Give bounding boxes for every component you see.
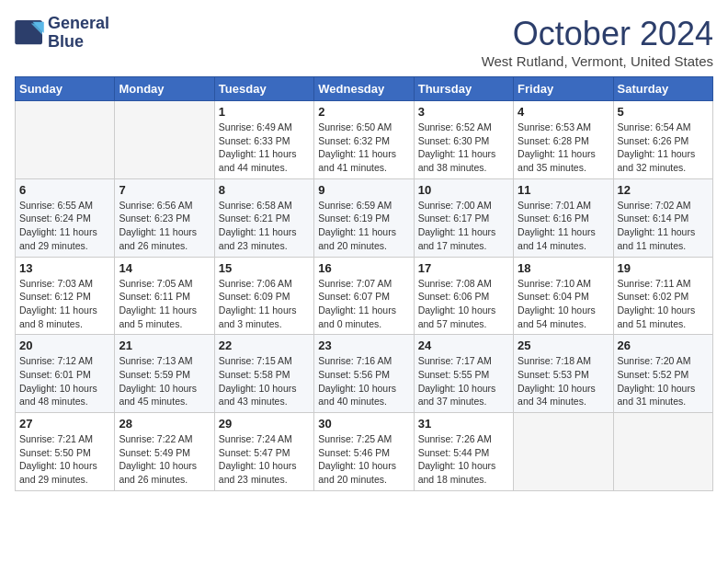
day-of-week-header: Thursday — [414, 77, 513, 101]
day-detail: Sunrise: 6:56 AM Sunset: 6:23 PM Dayligh… — [119, 199, 210, 253]
day-number: 30 — [318, 417, 409, 431]
calendar-day-cell: 22Sunrise: 7:15 AM Sunset: 5:58 PM Dayli… — [214, 335, 313, 413]
day-number: 28 — [119, 417, 210, 431]
day-number: 2 — [318, 105, 409, 119]
day-detail: Sunrise: 7:13 AM Sunset: 5:59 PM Dayligh… — [119, 354, 210, 408]
day-detail: Sunrise: 7:07 AM Sunset: 6:07 PM Dayligh… — [318, 277, 409, 331]
day-detail: Sunrise: 7:25 AM Sunset: 5:46 PM Dayligh… — [318, 432, 409, 487]
day-detail: Sunrise: 6:52 AM Sunset: 6:30 PM Dayligh… — [418, 121, 509, 175]
calendar-day-cell: 2Sunrise: 6:50 AM Sunset: 6:32 PM Daylig… — [314, 101, 414, 179]
day-detail: Sunrise: 6:59 AM Sunset: 6:19 PM Dayligh… — [318, 199, 409, 253]
day-number: 1 — [219, 105, 310, 119]
day-detail: Sunrise: 7:18 AM Sunset: 5:53 PM Dayligh… — [518, 354, 609, 408]
day-detail: Sunrise: 7:20 AM Sunset: 5:52 PM Dayligh… — [618, 354, 709, 408]
calendar-day-cell: 3Sunrise: 6:52 AM Sunset: 6:30 PM Daylig… — [414, 101, 513, 179]
page-header: General Blue October 2024 West Rutland, … — [15, 15, 713, 69]
calendar-day-cell: 27Sunrise: 7:21 AM Sunset: 5:50 PM Dayli… — [16, 413, 115, 491]
day-detail: Sunrise: 7:15 AM Sunset: 5:58 PM Dayligh… — [219, 354, 310, 408]
day-number: 8 — [219, 183, 310, 197]
day-of-week-header: Saturday — [613, 77, 712, 101]
calendar-day-cell: 25Sunrise: 7:18 AM Sunset: 5:53 PM Dayli… — [514, 335, 613, 413]
day-of-week-header: Tuesday — [214, 77, 313, 101]
day-of-week-header: Monday — [115, 77, 214, 101]
day-number: 18 — [518, 261, 609, 275]
day-number: 25 — [518, 339, 609, 352]
day-of-week-header: Wednesday — [314, 77, 414, 101]
day-number: 19 — [618, 261, 709, 275]
day-number: 24 — [418, 339, 509, 352]
day-detail: Sunrise: 6:55 AM Sunset: 6:24 PM Dayligh… — [19, 199, 110, 253]
day-detail: Sunrise: 7:22 AM Sunset: 5:49 PM Dayligh… — [119, 432, 210, 487]
calendar-day-cell: 8Sunrise: 6:58 AM Sunset: 6:21 PM Daylig… — [214, 178, 313, 257]
day-detail: Sunrise: 7:06 AM Sunset: 6:09 PM Dayligh… — [219, 277, 310, 331]
day-of-week-header: Sunday — [16, 77, 115, 101]
day-number: 16 — [318, 261, 409, 275]
day-detail: Sunrise: 7:21 AM Sunset: 5:50 PM Dayligh… — [19, 432, 110, 487]
day-number: 22 — [219, 339, 310, 352]
day-detail: Sunrise: 6:53 AM Sunset: 6:28 PM Dayligh… — [518, 121, 609, 175]
calendar-table: SundayMondayTuesdayWednesdayThursdayFrid… — [15, 76, 713, 491]
day-detail: Sunrise: 7:01 AM Sunset: 6:16 PM Dayligh… — [518, 199, 609, 253]
day-detail: Sunrise: 6:49 AM Sunset: 6:33 PM Dayligh… — [219, 121, 310, 175]
day-number: 7 — [119, 183, 210, 197]
day-detail: Sunrise: 7:00 AM Sunset: 6:17 PM Dayligh… — [418, 199, 509, 253]
calendar-day-cell — [115, 101, 214, 179]
calendar-header-row: SundayMondayTuesdayWednesdayThursdayFrid… — [16, 77, 713, 101]
calendar-day-cell: 29Sunrise: 7:24 AM Sunset: 5:47 PM Dayli… — [214, 413, 313, 491]
day-number: 26 — [618, 339, 709, 352]
logo: General Blue — [15, 15, 109, 52]
calendar-day-cell: 5Sunrise: 6:54 AM Sunset: 6:26 PM Daylig… — [613, 101, 712, 179]
day-of-week-header: Friday — [514, 77, 613, 101]
day-detail: Sunrise: 6:58 AM Sunset: 6:21 PM Dayligh… — [219, 199, 310, 253]
calendar-week-row: 1Sunrise: 6:49 AM Sunset: 6:33 PM Daylig… — [16, 101, 713, 179]
day-detail: Sunrise: 7:26 AM Sunset: 5:44 PM Dayligh… — [418, 432, 509, 487]
day-number: 6 — [19, 183, 110, 197]
calendar-week-row: 20Sunrise: 7:12 AM Sunset: 6:01 PM Dayli… — [16, 335, 713, 413]
day-detail: Sunrise: 7:02 AM Sunset: 6:14 PM Dayligh… — [618, 199, 709, 253]
calendar-day-cell: 11Sunrise: 7:01 AM Sunset: 6:16 PM Dayli… — [514, 178, 613, 257]
calendar-day-cell: 10Sunrise: 7:00 AM Sunset: 6:17 PM Dayli… — [414, 178, 513, 257]
calendar-day-cell — [16, 101, 115, 179]
day-detail: Sunrise: 7:05 AM Sunset: 6:11 PM Dayligh… — [119, 277, 210, 331]
title-block: October 2024 West Rutland, Vermont, Unit… — [482, 15, 713, 69]
calendar-day-cell: 1Sunrise: 6:49 AM Sunset: 6:33 PM Daylig… — [214, 101, 313, 179]
calendar-day-cell: 17Sunrise: 7:08 AM Sunset: 6:06 PM Dayli… — [414, 257, 513, 335]
day-number: 20 — [19, 339, 110, 352]
day-number: 9 — [318, 183, 409, 197]
calendar-day-cell: 23Sunrise: 7:16 AM Sunset: 5:56 PM Dayli… — [314, 335, 414, 413]
calendar-day-cell: 20Sunrise: 7:12 AM Sunset: 6:01 PM Dayli… — [16, 335, 115, 413]
calendar-week-row: 6Sunrise: 6:55 AM Sunset: 6:24 PM Daylig… — [16, 178, 713, 257]
day-number: 29 — [219, 417, 310, 431]
calendar-day-cell: 24Sunrise: 7:17 AM Sunset: 5:55 PM Dayli… — [414, 335, 513, 413]
calendar-day-cell: 18Sunrise: 7:10 AM Sunset: 6:04 PM Dayli… — [514, 257, 613, 335]
calendar-day-cell: 4Sunrise: 6:53 AM Sunset: 6:28 PM Daylig… — [514, 101, 613, 179]
day-number: 13 — [19, 261, 110, 275]
day-detail: Sunrise: 6:54 AM Sunset: 6:26 PM Dayligh… — [618, 121, 709, 175]
calendar-day-cell: 28Sunrise: 7:22 AM Sunset: 5:49 PM Dayli… — [115, 413, 214, 491]
day-number: 21 — [119, 339, 210, 352]
day-number: 3 — [418, 105, 509, 119]
day-number: 31 — [418, 417, 509, 431]
logo-text: General Blue — [48, 15, 109, 52]
day-detail: Sunrise: 7:10 AM Sunset: 6:04 PM Dayligh… — [518, 277, 609, 331]
logo-icon — [15, 20, 44, 46]
calendar-day-cell: 31Sunrise: 7:26 AM Sunset: 5:44 PM Dayli… — [414, 413, 513, 491]
day-number: 23 — [318, 339, 409, 352]
day-number: 5 — [618, 105, 709, 119]
calendar-day-cell: 6Sunrise: 6:55 AM Sunset: 6:24 PM Daylig… — [16, 178, 115, 257]
calendar-day-cell — [514, 413, 613, 491]
calendar-day-cell: 30Sunrise: 7:25 AM Sunset: 5:46 PM Dayli… — [314, 413, 414, 491]
calendar-day-cell: 15Sunrise: 7:06 AM Sunset: 6:09 PM Dayli… — [214, 257, 313, 335]
day-number: 11 — [518, 183, 609, 197]
day-number: 4 — [518, 105, 609, 119]
day-number: 15 — [219, 261, 310, 275]
day-number: 14 — [119, 261, 210, 275]
calendar-day-cell — [613, 413, 712, 491]
day-number: 12 — [618, 183, 709, 197]
day-detail: Sunrise: 7:17 AM Sunset: 5:55 PM Dayligh… — [418, 354, 509, 408]
day-detail: Sunrise: 7:08 AM Sunset: 6:06 PM Dayligh… — [418, 277, 509, 331]
calendar-day-cell: 19Sunrise: 7:11 AM Sunset: 6:02 PM Dayli… — [613, 257, 712, 335]
day-detail: Sunrise: 6:50 AM Sunset: 6:32 PM Dayligh… — [318, 121, 409, 175]
calendar-day-cell: 9Sunrise: 6:59 AM Sunset: 6:19 PM Daylig… — [314, 178, 414, 257]
calendar-day-cell: 13Sunrise: 7:03 AM Sunset: 6:12 PM Dayli… — [16, 257, 115, 335]
